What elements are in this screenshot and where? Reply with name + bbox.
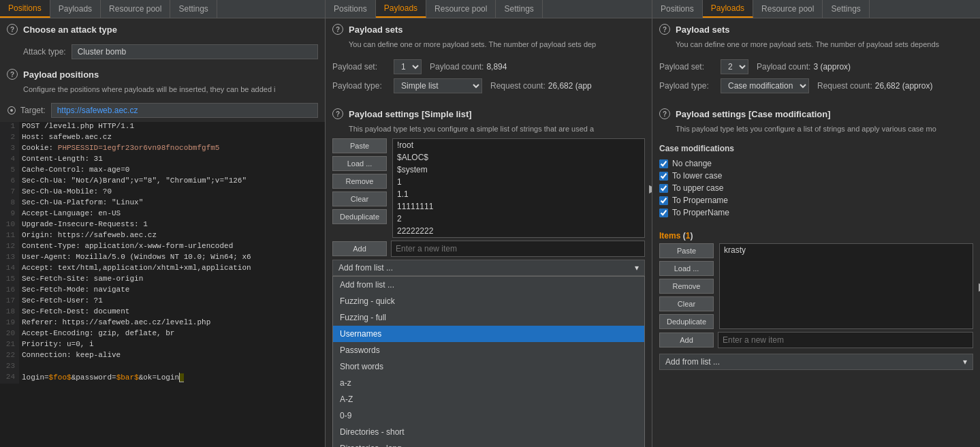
code-line-24: 24login=$foo$&password=$bar$&ok=Login▏ [0,373,325,384]
attack-type-input[interactable] [72,44,318,59]
list-item[interactable]: 1.1 [393,188,644,200]
target-label: Target: [20,106,46,115]
tab-settings-left[interactable]: Settings [170,0,217,18]
load-button-right[interactable]: Load ... [659,261,714,276]
add-button-middle[interactable]: Add [332,241,387,256]
target-icon: ⦿ [7,105,16,116]
checkbox-to-propername2: To ProperName [659,208,973,217]
code-line-21: 21Priority: u=0, i [0,340,325,351]
paste-button-middle[interactable]: Paste [332,138,387,153]
payload-set-select-right[interactable]: 1 2 [721,59,748,74]
payload-positions-title: Payload positions [23,70,99,80]
list-item[interactable]: $ALOC$ [393,151,644,164]
code-line-4: 4Content-Length: 31 [0,155,325,166]
payload-type-select-middle[interactable]: Simple list Case modification [394,78,482,93]
tab-positions-left[interactable]: Positions [0,0,50,18]
case-mod-title: Case modifications [659,144,973,153]
payload-count-label-right: Payload count: [757,62,810,72]
payload-settings-header-right: ? Payload settings [Case modification] [652,103,980,125]
dropdown-item-directories-short[interactable]: Directories - short [333,424,644,440]
help-icon-payload-sets-middle[interactable]: ? [332,24,343,35]
attack-type-title: Choose an attack type [23,25,117,35]
tab-resource-pool-right[interactable]: Resource pool [753,0,823,18]
tab-positions-middle[interactable]: Positions [326,0,376,18]
clear-button-right[interactable]: Clear [659,296,714,311]
list-item-krasty[interactable]: krasty [720,244,973,256]
help-icon-payload-settings-middle[interactable]: ? [332,108,343,119]
deduplicate-button-middle[interactable]: Deduplicate [332,209,387,224]
request-count-label-middle: Request count: [490,81,546,91]
tab-payloads-left[interactable]: Payloads [50,0,101,18]
paste-button-right[interactable]: Paste [659,243,714,258]
right-payload-list[interactable]: krasty [719,243,973,329]
dropdown-item-fuzzing-quick[interactable]: Fuzzing - quick [333,293,644,309]
checkbox-to-propername-label: To Propername [672,196,728,205]
help-icon-payload-sets-right[interactable]: ? [659,24,670,35]
remove-button-middle[interactable]: Remove [332,174,387,189]
dropdown-item-short-words[interactable]: Short words [333,358,644,375]
add-row-right: Add [652,329,980,351]
list-item[interactable]: !root [393,139,644,151]
list-item[interactable]: $system [393,164,644,176]
payload-positions-desc: Configure the positions where payloads w… [0,85,325,99]
help-icon-attack[interactable]: ? [7,24,18,35]
code-line-10: 10Upgrade-Insecure-Requests: 1 [0,220,325,231]
checkbox-to-lower: To lower case [659,171,973,181]
code-line-7: 7Sec-Ch-Ua-Mobile: ?0 [0,187,325,198]
load-button-middle[interactable]: Load ... [332,156,387,171]
payload-settings-desc-right: This payload type lets you configure a l… [652,125,980,138]
checkbox-no-change-input[interactable] [659,159,668,168]
payload-list-middle[interactable]: !root $ALOC$ $system 1 1.1 11111111 2 22… [392,138,645,238]
chevron-down-icon-right: ▾ [963,357,967,367]
tab-resource-pool-left[interactable]: Resource pool [101,0,170,18]
code-line-20: 20Accept-Encoding: gzip, deflate, br [0,329,325,340]
add-from-list-trigger-middle[interactable]: Add from list ... ▾ [332,260,645,276]
checkbox-to-upper-input[interactable] [659,184,668,193]
target-input[interactable] [51,103,318,118]
request-editor[interactable]: 1POST /level1.php HTTP/1.1 2Host: safewe… [0,122,325,447]
list-item[interactable]: 2 [393,213,644,225]
checkbox-no-change: No change [659,159,973,168]
checkbox-to-lower-input[interactable] [659,172,668,181]
tab-positions-right[interactable]: Positions [652,0,703,18]
add-button-right[interactable]: Add [659,333,714,348]
code-line-3: 3Cookie: PHPSESSID=1egfr23or6vn98fnocobm… [0,144,325,155]
add-from-list-row-right: Add from list ... ▾ [652,351,980,373]
list-item[interactable]: 22222222 [393,225,644,237]
tab-resource-pool-middle[interactable]: Resource pool [426,0,496,18]
payload-positions-header: ? Payload positions [0,63,325,85]
payload-buttons-middle: Paste Load ... Remove Clear Deduplicate [332,138,387,238]
tab-settings-right[interactable]: Settings [823,0,869,18]
dropdown-item-passwords[interactable]: Passwords [333,342,644,358]
middle-tab-bar: Positions Payloads Resource pool Setting… [326,0,652,18]
checkbox-to-propername-input[interactable] [659,196,668,205]
left-tab-bar: Positions Payloads Resource pool Setting… [0,0,325,18]
dropdown-item-directories-long[interactable]: Directories - long [333,440,644,447]
deduplicate-button-right[interactable]: Deduplicate [659,314,714,329]
payload-type-select-right[interactable]: Simple list Case modification [721,78,809,93]
checkbox-to-propername2-input[interactable] [659,209,668,217]
code-line-17: 17Sec-Fetch-User: ?1 [0,296,325,307]
help-icon-positions[interactable]: ? [7,69,18,80]
payload-set-select-middle[interactable]: 1 2 [394,59,422,74]
dropdown-item-a-z[interactable]: a-z [333,375,644,391]
request-count-label-right: Request count: [817,81,872,91]
tab-payloads-right[interactable]: Payloads [703,0,753,18]
dropdown-item-0-9[interactable]: 0-9 [333,407,644,424]
dropdown-item-add-from-list[interactable]: Add from list ... [333,277,644,293]
items-count: 1 [686,231,691,241]
remove-button-right[interactable]: Remove [659,279,714,294]
add-input-middle[interactable] [391,241,645,257]
list-item[interactable]: 11111111 [393,200,644,213]
code-line-11: 11Origin: https://safeweb.aec.cz [0,231,325,242]
dropdown-item-fuzzing-full[interactable]: Fuzzing - full [333,309,644,326]
list-item[interactable]: 1 [393,176,644,188]
add-input-right[interactable] [718,332,973,348]
dropdown-item-A-Z[interactable]: A-Z [333,391,644,407]
help-icon-payload-settings-right[interactable]: ? [659,108,670,119]
tab-settings-middle[interactable]: Settings [496,0,542,18]
tab-payloads-middle[interactable]: Payloads [376,0,426,18]
clear-button-middle[interactable]: Clear [332,191,387,206]
dropdown-item-usernames[interactable]: Usernames [333,326,644,342]
add-from-list-trigger-right[interactable]: Add from list ... ▾ [659,354,973,370]
